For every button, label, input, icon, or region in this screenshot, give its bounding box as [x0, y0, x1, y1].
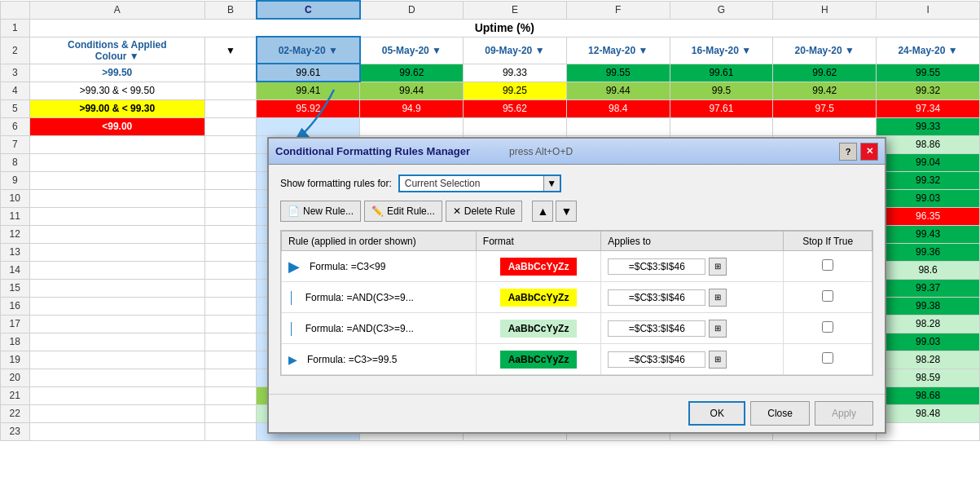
rule-2-format: AaBbCcYyZz	[476, 282, 601, 313]
rule-1-applies: =$C$3:$I$46 ⊞	[601, 251, 784, 282]
header-row-1: A B C D E F G H I	[1, 1, 980, 19]
rule-2-stop	[784, 282, 872, 313]
row-6: 6 <99.00 99.33	[1, 117, 980, 135]
g4: 99.5	[670, 82, 773, 99]
rule-1-format: AaBbCcYyZz	[476, 251, 601, 282]
col-rule-header: Rule (applied in order shown)	[282, 232, 477, 251]
corner-cell	[1, 1, 30, 19]
spreadsheet-container: A B C D E F G H I 1 Uptime (%) 2 Conditi…	[0, 0, 980, 490]
delete-rule-label: Delete Rule	[464, 205, 516, 217]
cond-row5: >99.00 & < 99.30	[29, 99, 205, 117]
col-e-date: 09-May-20 ▼	[464, 37, 567, 64]
rule-3-formula: │ Formula: =AND(C3>=9...	[282, 313, 477, 344]
rule-1-formula: ▶ Formula: =C3<99	[282, 251, 477, 282]
conditions-col-header: Conditions & Applied Colour ▼	[29, 37, 205, 64]
rules-dropdown-value: Current Selection	[400, 176, 543, 191]
col-h-header: H	[773, 1, 877, 19]
rule-row-1: ▶ Formula: =C3<99 AaBbCcYyZz =$C$3:$I$46	[282, 251, 872, 282]
rules-dropdown-arrow[interactable]: ▼	[543, 176, 560, 191]
dialog-close-button[interactable]: ✕	[860, 143, 878, 161]
row-5: 5 >99.00 & < 99.30 95.92 94.9 95.62 98.4…	[1, 99, 980, 117]
rules-table-container: Rule (applied in order shown) Format App…	[280, 230, 873, 376]
col-h-dd-arrow[interactable]: ▼	[845, 45, 855, 56]
col-e-header: E	[464, 1, 567, 19]
dialog-titlebar: Conditional Formatting Rules Manager pre…	[269, 139, 885, 165]
f6	[566, 117, 670, 135]
move-down-button[interactable]: ▼	[556, 201, 577, 222]
i6: 99.33	[877, 117, 980, 135]
rules-dropdown[interactable]: Current Selection ▼	[398, 174, 561, 192]
col-format-header: Format	[476, 232, 601, 251]
col-b-dropdown[interactable]: ▼	[226, 45, 235, 56]
e5: 95.62	[464, 99, 567, 117]
rule-1-range-btn[interactable]: ⊞	[709, 258, 727, 276]
col-a-dropdown[interactable]: ▼	[130, 51, 139, 62]
edit-rule-button[interactable]: ✏️ Edit Rule...	[364, 201, 442, 222]
rule-2-range-btn[interactable]: ⊞	[709, 289, 727, 307]
col-d-dd-arrow[interactable]: ▼	[432, 45, 442, 56]
col-c-date: 02-May-20 ▼	[257, 37, 360, 64]
row-1: 1 Uptime (%)	[1, 19, 980, 37]
cond-row6: <99.00	[29, 117, 205, 135]
dialog-help-button[interactable]: ?	[839, 143, 857, 161]
row-3: 3 >99.50 99.61 99.62 99.33 99.55 99.61 9…	[1, 64, 980, 82]
apply-button[interactable]: Apply	[815, 401, 873, 426]
edit-rule-icon: ✏️	[371, 205, 384, 217]
rule-3-range-btn[interactable]: ⊞	[709, 320, 727, 338]
c6	[257, 117, 360, 135]
col-stopiftrue-header: Stop If True	[784, 232, 872, 251]
rule-4-formula: ▶ Formula: =C3>=99.5	[282, 344, 477, 375]
new-rule-label: New Rule...	[303, 205, 354, 217]
c5: 95.92	[257, 99, 360, 117]
rule-1-stop-checkbox[interactable]	[822, 259, 833, 271]
col-e-dd-arrow[interactable]: ▼	[535, 45, 545, 56]
rule-2-formula: │ Formula: =AND(C3>=9...	[282, 282, 477, 313]
e4: 99.25	[464, 82, 567, 99]
c4: 99.41	[257, 82, 360, 99]
ok-button[interactable]: OK	[688, 401, 745, 426]
cond-row4: >99.30 & < 99.50	[29, 82, 205, 99]
show-rules-label: Show formatting rules for:	[280, 178, 392, 189]
rule-3-format: AaBbCcYyZz	[476, 313, 601, 344]
rule-2-stop-checkbox[interactable]	[822, 290, 833, 302]
rule-4-stop-checkbox[interactable]	[822, 352, 833, 364]
col-a-header: A	[29, 1, 205, 19]
rule-1-stop	[784, 251, 872, 282]
rule-row-3: │ Formula: =AND(C3>=9... AaBbCcYyZz =$C$…	[282, 313, 872, 344]
row-2-header: 2	[1, 37, 30, 64]
toolbar-row: 📄 New Rule... ✏️ Edit Rule... ✕ Delete R…	[280, 201, 873, 222]
row-2: 2 Conditions & Applied Colour ▼ ▼ 02-May…	[1, 37, 980, 64]
i3: 99.55	[877, 64, 980, 82]
bracket-2: │	[288, 292, 296, 303]
rule-3-applies: =$C$3:$I$46 ⊞	[601, 313, 784, 344]
dialog-title: Conditional Formatting Rules Manager	[275, 145, 470, 157]
rule-3-stop	[784, 313, 872, 344]
col-c-header: C	[257, 1, 360, 19]
move-up-button[interactable]: ▲	[532, 201, 553, 222]
bracket-1: ▶	[288, 259, 300, 274]
delete-rule-icon: ✕	[453, 205, 461, 217]
col-applies-header: Applies to	[601, 232, 784, 251]
col-f-dd-arrow[interactable]: ▼	[638, 45, 648, 56]
delete-rule-button[interactable]: ✕ Delete Rule	[446, 201, 523, 222]
close-dialog-button[interactable]: Close	[750, 401, 810, 426]
col-b-row2: ▼	[205, 37, 257, 64]
h5: 97.5	[773, 99, 877, 117]
rule-3-stop-checkbox[interactable]	[822, 321, 833, 333]
bracket-3: │	[288, 323, 296, 334]
rules-table: Rule (applied in order shown) Format App…	[281, 231, 872, 375]
col-i-dd-arrow[interactable]: ▼	[948, 45, 958, 56]
i4: 99.32	[877, 82, 980, 99]
new-rule-button[interactable]: 📄 New Rule...	[280, 201, 361, 222]
h4: 99.42	[773, 82, 877, 99]
g3: 99.61	[670, 64, 773, 82]
rule-2-applies: =$C$3:$I$46 ⊞	[601, 282, 784, 313]
rule-4-range-btn[interactable]: ⊞	[709, 351, 727, 369]
cond-row3: >99.50	[29, 64, 205, 82]
show-rules-row: Show formatting rules for: Current Selec…	[280, 174, 873, 192]
rule-4-applies: =$C$3:$I$46 ⊞	[601, 344, 784, 375]
g6	[670, 117, 773, 135]
col-c-dd-arrow[interactable]: ▼	[328, 45, 338, 56]
col-g-dd-arrow[interactable]: ▼	[741, 45, 751, 56]
col-f-date: 12-May-20 ▼	[566, 37, 670, 64]
